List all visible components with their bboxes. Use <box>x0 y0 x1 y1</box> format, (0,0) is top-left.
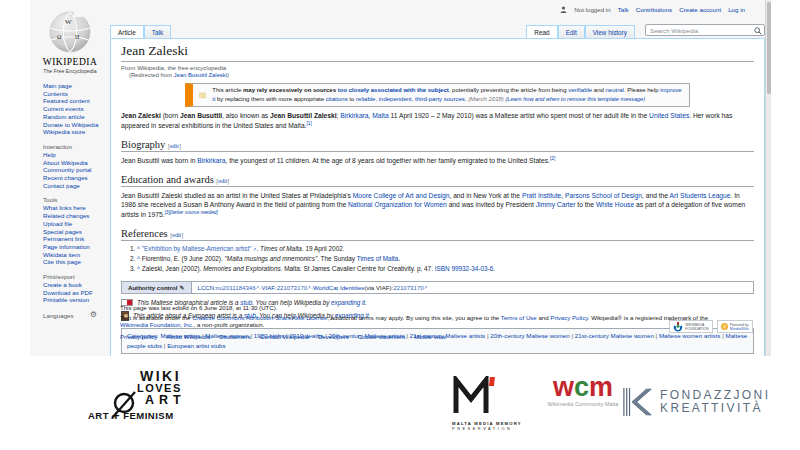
sidebar-item-wikidata-item[interactable]: Wikidata item <box>43 251 110 259</box>
inline-link[interactable]: LCCN <box>198 284 215 291</box>
search-icon[interactable] <box>754 27 762 35</box>
footer-link-contact[interactable]: Contact Wikipedia <box>260 333 309 340</box>
tab-talk[interactable]: Talk <box>144 25 171 38</box>
inline-link[interactable]: WorldCat Identities <box>313 284 364 291</box>
inline-link[interactable]: edit <box>218 178 227 184</box>
inline-link[interactable]: ↗ <box>307 285 311 290</box>
sidebar-item-help[interactable]: Help <box>43 151 110 159</box>
sidebar-item-upload-file[interactable]: Upload file <box>43 220 110 228</box>
inline-link[interactable]: ↗ <box>251 247 256 252</box>
inline-link[interactable]: ↗ <box>424 285 428 290</box>
sidebar-item-special-pages[interactable]: Special pages <box>43 228 110 236</box>
inline-link[interactable]: Terms of Use <box>501 314 537 321</box>
inline-link[interactable]: ^ <box>137 255 140 262</box>
magna-caption-2: PRESERVATION <box>452 427 542 431</box>
sidebar-item-page-information[interactable]: Page information <box>43 243 110 251</box>
inline-link[interactable]: ^ <box>137 245 140 252</box>
sidebar-item-main-page[interactable]: Main page <box>43 82 110 90</box>
edit-section-link[interactable]: [edit] <box>216 178 229 184</box>
inline-link[interactable]: Birkirkara <box>197 157 225 164</box>
tab-article[interactable]: Article <box>110 25 144 38</box>
inline-link[interactable]: Moore College of Art and Design <box>353 192 450 199</box>
sidebar-item-download-as-pdf[interactable]: Download as PDF <box>43 289 110 297</box>
inline-link[interactable]: verifiable <box>568 87 592 93</box>
redirect-note: (Redirected from Jean Busuttil Zaleski) <box>121 72 754 78</box>
footer-link-privacy-policy[interactable]: Privacy policy <box>120 333 157 340</box>
inline-link[interactable]: White House <box>596 201 634 208</box>
inline-link[interactable]: Jean Busuttil Zaleski <box>174 72 227 78</box>
sidebar-item-contact[interactable]: Contact page <box>43 182 110 190</box>
footer-link-about[interactable]: About Wikipedia <box>166 333 210 340</box>
inline-link[interactable]: ISBN <box>435 265 450 272</box>
sidebar-item-create-a-book[interactable]: Create a book <box>43 281 110 289</box>
inline-link[interactable]: citations <box>326 96 348 102</box>
sidebar-item-store[interactable]: Wikipedia store <box>43 128 110 136</box>
inline-link[interactable]: National Organization for Women <box>348 201 447 208</box>
edit-section-link[interactable]: [edit] <box>170 232 183 238</box>
inline-link[interactable]: Malta <box>372 112 388 119</box>
personal-link-talk[interactable]: Talk <box>618 6 629 13</box>
personal-link-log-in[interactable]: Log in <box>728 6 745 13</box>
inline-link[interactable]: United States <box>649 112 689 119</box>
footer-link-mobile-view[interactable]: Mobile view <box>414 333 446 340</box>
personal-link-contributions[interactable]: Contributions <box>636 6 672 13</box>
sidebar-item-featured-content[interactable]: Featured content <box>43 97 110 105</box>
wikimedia-foundation-badge[interactable]: WIKIMEDIA FOUNDATION <box>669 320 713 333</box>
sidebar-item-cite-this-page[interactable]: Cite this page <box>43 258 110 266</box>
sidebar-item-donate[interactable]: Donate to Wikipedia <box>43 121 110 129</box>
inline-link[interactable]: no2011184346 <box>216 284 256 291</box>
inline-link[interactable]: edit <box>170 143 179 149</box>
category-link[interactable]: European artist stubs <box>162 342 226 349</box>
inline-link[interactable]: Creative Commons Attribution-ShareAlike … <box>192 314 327 321</box>
sidebar-item-random-article[interactable]: Random article <box>43 113 110 121</box>
inline-link[interactable]: Birkirkara <box>340 112 368 119</box>
inline-link[interactable]: [1] <box>307 121 312 126</box>
scrollbar-thumb[interactable] <box>767 2 771 94</box>
tab-view-history[interactable]: View history <box>585 25 635 38</box>
inline-link[interactable]: reliable, independent, third-party sourc… <box>356 96 465 102</box>
text-segment: (March 2018) <box>468 96 504 102</box>
edit-section-link[interactable]: [edit] <box>168 143 181 149</box>
sidebar-item-community-portal[interactable]: Community portal <box>43 166 110 174</box>
tab-read[interactable]: Read <box>526 25 557 38</box>
personal-link-create-account[interactable]: Create account <box>679 6 721 13</box>
inline-link[interactable]: Jimmy Carter <box>536 201 576 208</box>
search-input[interactable] <box>645 24 765 36</box>
mediawiki-badge[interactable]: Powered by MediaWiki <box>717 320 753 333</box>
inline-link[interactable]: ^ <box>137 265 140 272</box>
sidebar-item-permanent-link[interactable]: Permanent link <box>43 235 110 243</box>
footer-link-disclaimers[interactable]: Disclaimers <box>219 333 251 340</box>
sidebar-item-contents[interactable]: Contents <box>43 90 110 98</box>
inline-link[interactable]: [2] <box>550 156 555 161</box>
gear-icon[interactable]: ⚙ <box>90 311 97 319</box>
sidebar-item-printable-version[interactable]: Printable version <box>43 296 110 304</box>
inline-link[interactable]: too closely associated with the subject <box>338 87 449 93</box>
inline-link[interactable]: "Exhibition by Maltese-American artist" <box>142 245 252 252</box>
wikipedia-logo[interactable]: W Ω И WIKIPEDIA The Free Encyclopedia <box>30 8 110 74</box>
tab-edit[interactable]: Edit <box>558 25 585 38</box>
inline-link[interactable]: 221073170 <box>393 284 424 291</box>
inline-link[interactable]: neutral <box>606 87 624 93</box>
inline-link[interactable]: ↗ <box>256 285 260 290</box>
inline-link[interactable]: Art Students League <box>670 192 731 199</box>
inline-link[interactable]: Wikimedia Foundation, Inc. <box>120 321 194 328</box>
inline-link[interactable]: 99932-34-03-6 <box>451 265 493 272</box>
browser-scrollbar[interactable] <box>765 0 771 356</box>
inline-link[interactable]: VIAF <box>261 284 275 291</box>
inline-link[interactable]: Parsons School of Design <box>565 192 642 199</box>
footer-link-developers[interactable]: Developers <box>318 333 349 340</box>
sidebar-item-related-changes[interactable]: Related changes <box>43 212 110 220</box>
inline-link[interactable]: Times of Malta <box>357 255 399 262</box>
inline-link[interactable]: edit <box>172 232 181 238</box>
sidebar-item-recent-changes[interactable]: Recent changes <box>43 174 110 182</box>
inline-link[interactable]: (Learn how and when to remove this templ… <box>505 96 645 102</box>
sidebar-item-current-events[interactable]: Current events <box>43 105 110 113</box>
inline-link[interactable]: Privacy Policy <box>550 314 587 321</box>
badge-text: MediaWiki <box>730 326 749 331</box>
inline-link[interactable]: Pratt Institute <box>522 192 561 199</box>
sidebar-item-about[interactable]: About Wikipedia <box>43 159 110 167</box>
footer-link-cookie-statement[interactable]: Cookie statement <box>358 333 405 340</box>
inline-link[interactable]: [better source needed] <box>170 210 218 215</box>
sidebar-item-what-links-here[interactable]: What links here <box>43 204 110 212</box>
inline-link[interactable]: 221073170 <box>277 284 308 291</box>
